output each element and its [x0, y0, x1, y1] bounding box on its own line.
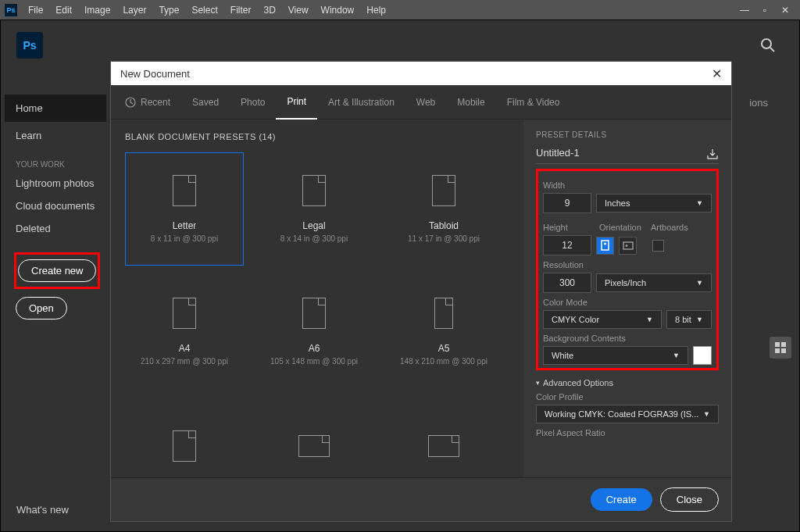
menu-select[interactable]: Select	[185, 2, 223, 19]
preset-A4[interactable]: A4210 x 297 mm @ 300 ppi	[125, 275, 244, 388]
chevron-down-icon: ▼	[696, 279, 703, 287]
ps-small-icon: Ps	[5, 4, 17, 16]
create-button[interactable]: Create	[591, 488, 652, 511]
menu-help[interactable]: Help	[360, 2, 392, 19]
presets-header: BLANK DOCUMENT PRESETS (14)	[125, 132, 509, 141]
sidebar-learn[interactable]: Learn	[5, 122, 106, 149]
advanced-options-toggle[interactable]: ▾Advanced Options	[536, 378, 719, 387]
preset-Letter[interactable]: Letter8 x 11 in @ 300 ppi	[125, 152, 244, 266]
menu-file[interactable]: File	[22, 2, 49, 19]
preset-item[interactable]	[125, 398, 244, 477]
svg-rect-4	[775, 348, 780, 353]
svg-point-10	[604, 243, 606, 245]
svg-rect-5	[781, 348, 786, 353]
create-new-button[interactable]: Create new	[18, 259, 96, 282]
preset-item[interactable]	[255, 398, 373, 477]
menu-view[interactable]: View	[282, 2, 315, 19]
bg-contents-select[interactable]: White▼	[543, 346, 688, 365]
resolution-unit-select[interactable]: Pixels/Inch▼	[596, 273, 712, 292]
preset-Tabloid[interactable]: Tabloid11 x 17 in @ 300 ppi	[384, 152, 503, 266]
color-mode-select[interactable]: CMYK Color▼	[543, 310, 662, 329]
document-icon	[173, 298, 196, 329]
preset-dimensions: 105 x 148 mm @ 300 ppi	[270, 357, 358, 366]
height-label: Height	[543, 223, 595, 232]
close-window-button[interactable]: ✕	[775, 2, 795, 19]
tab-film[interactable]: Film & Video	[496, 85, 571, 120]
menu-3d[interactable]: 3D	[257, 2, 281, 19]
tab-saved[interactable]: Saved	[181, 85, 230, 120]
close-button[interactable]: Close	[660, 487, 719, 512]
tab-mobile[interactable]: Mobile	[446, 85, 495, 120]
document-icon	[173, 175, 196, 206]
tab-photo[interactable]: Photo	[230, 85, 276, 120]
preset-name: Letter	[173, 220, 197, 231]
preset-Legal[interactable]: Legal8 x 14 in @ 300 ppi	[255, 152, 373, 266]
menu-layer[interactable]: Layer	[116, 2, 152, 19]
panel-toggle[interactable]	[770, 337, 791, 359]
tab-web[interactable]: Web	[405, 85, 446, 120]
svg-rect-3	[781, 342, 786, 347]
height-input[interactable]	[543, 235, 591, 255]
orientation-portrait[interactable]	[596, 237, 614, 255]
svg-point-0	[762, 39, 771, 48]
menu-image[interactable]: Image	[78, 2, 116, 19]
dialog-close-icon[interactable]: ✕	[712, 66, 722, 81]
preset-A5[interactable]: A5148 x 210 mm @ 300 ppi	[384, 275, 503, 388]
save-preset-icon[interactable]	[706, 148, 719, 160]
sidebar-home[interactable]: Home	[5, 95, 106, 122]
preset-details-panel: PRESET DETAILS Untitled-1 Width Inches▼ …	[523, 120, 731, 477]
chevron-down-icon: ▼	[703, 410, 710, 418]
sidebar-lightroom[interactable]: Lightroom photos	[5, 172, 106, 195]
artboards-label: Artboards	[651, 223, 688, 232]
width-input[interactable]	[543, 193, 591, 213]
svg-rect-11	[623, 242, 633, 249]
bg-text: ions	[749, 97, 768, 109]
document-icon	[302, 175, 326, 206]
maximize-button[interactable]: ▫	[755, 2, 775, 19]
preset-A6[interactable]: A6105 x 148 mm @ 300 ppi	[255, 275, 373, 388]
ps-logo: Ps	[16, 32, 43, 59]
bg-color-swatch[interactable]	[693, 346, 712, 365]
document-icon	[302, 298, 326, 329]
chevron-down-icon: ▼	[646, 316, 653, 323]
preset-item[interactable]	[384, 398, 503, 477]
app-body: Ps ions Home Learn YOUR WORK Lightroom p…	[0, 20, 800, 532]
bit-depth-select[interactable]: 8 bit▼	[666, 310, 712, 329]
open-button[interactable]: Open	[16, 297, 67, 320]
document-icon	[428, 435, 459, 457]
recent-icon	[125, 97, 136, 108]
orientation-landscape[interactable]	[619, 237, 637, 255]
menu-window[interactable]: Window	[315, 2, 361, 19]
resolution-input[interactable]	[543, 273, 591, 293]
document-icon	[298, 435, 330, 457]
color-profile-select[interactable]: Working CMYK: Coated FOGRA39 (IS...▼	[536, 405, 719, 423]
pixel-aspect-label: Pixel Aspect Ratio	[536, 428, 719, 437]
menu-edit[interactable]: Edit	[49, 2, 78, 19]
tab-art[interactable]: Art & Illustration	[317, 85, 405, 120]
svg-rect-9	[602, 241, 609, 250]
tab-print[interactable]: Print	[276, 85, 317, 120]
tab-recent[interactable]: Recent	[139, 85, 181, 120]
menu-filter[interactable]: Filter	[224, 2, 258, 19]
sidebar-cloud[interactable]: Cloud documents	[5, 195, 106, 217]
dialog-footer: Create Close	[111, 477, 731, 521]
document-icon	[173, 430, 196, 462]
width-unit-select[interactable]: Inches▼	[596, 194, 712, 212]
preset-dimensions: 148 x 210 mm @ 300 ppi	[400, 357, 488, 366]
home-sidebar: Home Learn YOUR WORK Lightroom photos Cl…	[5, 95, 106, 323]
preset-dimensions: 210 x 297 mm @ 300 ppi	[141, 357, 228, 366]
preset-name: Legal	[302, 220, 325, 231]
color-profile-label: Color Profile	[536, 392, 719, 402]
document-name-input[interactable]: Untitled-1	[536, 147, 719, 164]
search-icon[interactable]	[760, 37, 776, 53]
artboards-checkbox[interactable]	[652, 240, 664, 252]
width-label: Width	[543, 180, 712, 190]
resolution-label: Resolution	[543, 260, 712, 270]
document-icon	[432, 175, 455, 206]
menu-type[interactable]: Type	[152, 2, 185, 19]
sidebar-deleted[interactable]: Deleted	[5, 217, 106, 240]
minimize-button[interactable]: —	[734, 2, 755, 19]
whats-new-link[interactable]: What's new	[16, 504, 69, 516]
preset-name: A4	[179, 343, 191, 354]
bg-contents-label: Background Contents	[543, 334, 712, 343]
